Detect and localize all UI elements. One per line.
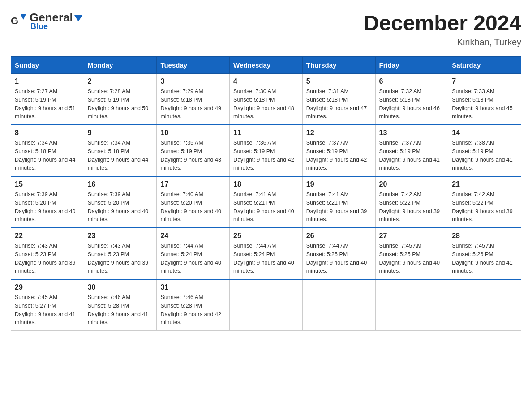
calendar-day-cell: 30Sunrise: 7:46 AMSunset: 5:28 PMDayligh… — [84, 279, 157, 331]
calendar-day-cell: 28Sunrise: 7:45 AMSunset: 5:26 PMDayligh… — [448, 228, 521, 279]
day-info: Sunrise: 7:39 AMSunset: 5:20 PMDaylight:… — [15, 190, 80, 224]
day-number: 8 — [15, 129, 80, 137]
calendar-week-row: 1Sunrise: 7:27 AMSunset: 5:19 PMDaylight… — [11, 74, 521, 125]
day-number: 13 — [379, 129, 445, 137]
day-number: 28 — [452, 232, 517, 240]
day-number: 19 — [306, 180, 372, 188]
day-info: Sunrise: 7:35 AMSunset: 5:19 PMDaylight:… — [160, 139, 226, 172]
calendar-day-cell: 17Sunrise: 7:40 AMSunset: 5:20 PMDayligh… — [157, 176, 230, 228]
calendar-day-cell: 31Sunrise: 7:46 AMSunset: 5:28 PMDayligh… — [157, 279, 230, 331]
calendar-day-header: Saturday — [448, 57, 521, 74]
location-label: Kirikhan, Turkey — [364, 37, 521, 47]
day-number: 4 — [233, 77, 299, 86]
calendar-day-cell: 27Sunrise: 7:45 AMSunset: 5:25 PMDayligh… — [375, 228, 448, 279]
calendar-header-row: SundayMondayTuesdayWednesdayThursdayFrid… — [11, 57, 521, 74]
day-info: Sunrise: 7:30 AMSunset: 5:18 PMDaylight:… — [233, 87, 299, 121]
calendar-day-cell: 8Sunrise: 7:34 AMSunset: 5:18 PMDaylight… — [11, 125, 84, 176]
calendar-day-cell: 29Sunrise: 7:45 AMSunset: 5:27 PMDayligh… — [11, 279, 84, 331]
day-number: 7 — [452, 77, 517, 86]
day-info: Sunrise: 7:32 AMSunset: 5:18 PMDaylight:… — [379, 87, 445, 121]
calendar-day-cell: 7Sunrise: 7:33 AMSunset: 5:18 PMDaylight… — [448, 74, 521, 125]
day-info: Sunrise: 7:28 AMSunset: 5:19 PMDaylight:… — [88, 87, 153, 121]
day-number: 12 — [306, 129, 372, 137]
calendar-day-cell: 19Sunrise: 7:41 AMSunset: 5:21 PMDayligh… — [302, 176, 375, 228]
calendar-day-cell: 26Sunrise: 7:44 AMSunset: 5:25 PMDayligh… — [302, 228, 375, 279]
calendar-day-cell: 16Sunrise: 7:39 AMSunset: 5:20 PMDayligh… — [84, 176, 157, 228]
day-number: 24 — [160, 232, 226, 240]
calendar-day-cell — [302, 279, 375, 331]
day-number: 27 — [379, 232, 445, 240]
day-info: Sunrise: 7:37 AMSunset: 5:19 PMDaylight:… — [306, 139, 372, 172]
day-info: Sunrise: 7:27 AMSunset: 5:19 PMDaylight:… — [15, 87, 80, 121]
calendar-day-cell — [375, 279, 448, 331]
calendar-day-cell: 14Sunrise: 7:38 AMSunset: 5:19 PMDayligh… — [448, 125, 521, 176]
calendar-day-cell: 12Sunrise: 7:37 AMSunset: 5:19 PMDayligh… — [302, 125, 375, 176]
calendar-day-cell: 21Sunrise: 7:42 AMSunset: 5:22 PMDayligh… — [448, 176, 521, 228]
day-number: 10 — [160, 129, 226, 137]
day-info: Sunrise: 7:42 AMSunset: 5:22 PMDaylight:… — [379, 190, 445, 224]
day-number: 26 — [306, 232, 372, 240]
calendar-day-cell: 18Sunrise: 7:41 AMSunset: 5:21 PMDayligh… — [230, 176, 303, 228]
calendar-day-cell: 22Sunrise: 7:43 AMSunset: 5:23 PMDayligh… — [11, 228, 84, 279]
day-number: 3 — [160, 77, 226, 86]
day-info: Sunrise: 7:29 AMSunset: 5:18 PMDaylight:… — [160, 87, 226, 121]
calendar-day-cell — [230, 279, 303, 331]
day-info: Sunrise: 7:42 AMSunset: 5:22 PMDaylight:… — [452, 190, 517, 224]
calendar-day-cell: 2Sunrise: 7:28 AMSunset: 5:19 PMDaylight… — [84, 74, 157, 125]
day-info: Sunrise: 7:45 AMSunset: 5:27 PMDaylight:… — [15, 293, 80, 327]
day-number: 20 — [379, 180, 445, 188]
day-number: 2 — [88, 77, 153, 86]
logo-triangle-icon — [74, 15, 82, 21]
page-header: G General Blue December 2024 Kirikhan, T… — [11, 11, 521, 47]
day-number: 18 — [233, 180, 299, 188]
calendar-day-cell: 6Sunrise: 7:32 AMSunset: 5:18 PMDaylight… — [375, 74, 448, 125]
day-info: Sunrise: 7:31 AMSunset: 5:18 PMDaylight:… — [306, 87, 372, 121]
day-number: 30 — [88, 283, 153, 291]
day-info: Sunrise: 7:44 AMSunset: 5:25 PMDaylight:… — [306, 242, 372, 275]
day-info: Sunrise: 7:36 AMSunset: 5:19 PMDaylight:… — [233, 139, 299, 172]
calendar-day-header: Tuesday — [157, 57, 230, 74]
svg-marker-1 — [21, 14, 26, 20]
day-info: Sunrise: 7:45 AMSunset: 5:26 PMDaylight:… — [452, 242, 517, 275]
day-number: 21 — [452, 180, 517, 188]
calendar-week-row: 8Sunrise: 7:34 AMSunset: 5:18 PMDaylight… — [11, 125, 521, 176]
day-info: Sunrise: 7:41 AMSunset: 5:21 PMDaylight:… — [233, 190, 299, 224]
day-number: 16 — [88, 180, 153, 188]
month-title: December 2024 — [364, 11, 521, 35]
calendar-day-header: Monday — [84, 57, 157, 74]
day-info: Sunrise: 7:37 AMSunset: 5:19 PMDaylight:… — [379, 139, 445, 172]
day-info: Sunrise: 7:33 AMSunset: 5:18 PMDaylight:… — [452, 87, 517, 121]
calendar-day-cell: 20Sunrise: 7:42 AMSunset: 5:22 PMDayligh… — [375, 176, 448, 228]
calendar-day-cell: 3Sunrise: 7:29 AMSunset: 5:18 PMDaylight… — [157, 74, 230, 125]
calendar-day-cell: 25Sunrise: 7:44 AMSunset: 5:24 PMDayligh… — [230, 228, 303, 279]
calendar-day-cell: 11Sunrise: 7:36 AMSunset: 5:19 PMDayligh… — [230, 125, 303, 176]
day-info: Sunrise: 7:43 AMSunset: 5:23 PMDaylight:… — [15, 242, 80, 275]
day-number: 9 — [88, 129, 153, 137]
calendar-day-cell: 5Sunrise: 7:31 AMSunset: 5:18 PMDaylight… — [302, 74, 375, 125]
day-number: 5 — [306, 77, 372, 86]
calendar-week-row: 15Sunrise: 7:39 AMSunset: 5:20 PMDayligh… — [11, 176, 521, 228]
title-section: December 2024 Kirikhan, Turkey — [364, 11, 521, 47]
logo-icon: G — [11, 13, 28, 30]
day-info: Sunrise: 7:44 AMSunset: 5:24 PMDaylight:… — [233, 242, 299, 275]
day-number: 31 — [160, 283, 226, 291]
day-info: Sunrise: 7:44 AMSunset: 5:24 PMDaylight:… — [160, 242, 226, 275]
day-info: Sunrise: 7:41 AMSunset: 5:21 PMDaylight:… — [306, 190, 372, 224]
calendar-day-cell: 10Sunrise: 7:35 AMSunset: 5:19 PMDayligh… — [157, 125, 230, 176]
day-number: 15 — [15, 180, 80, 188]
day-number: 23 — [88, 232, 153, 240]
calendar-day-cell: 23Sunrise: 7:43 AMSunset: 5:23 PMDayligh… — [84, 228, 157, 279]
day-number: 22 — [15, 232, 80, 240]
calendar-day-cell: 9Sunrise: 7:34 AMSunset: 5:18 PMDaylight… — [84, 125, 157, 176]
calendar-day-header: Friday — [375, 57, 448, 74]
day-number: 6 — [379, 77, 445, 86]
calendar-week-row: 22Sunrise: 7:43 AMSunset: 5:23 PMDayligh… — [11, 228, 521, 279]
day-number: 14 — [452, 129, 517, 137]
day-info: Sunrise: 7:34 AMSunset: 5:18 PMDaylight:… — [88, 139, 153, 172]
calendar-day-header: Wednesday — [230, 57, 303, 74]
logo: G General Blue — [11, 11, 82, 31]
day-number: 1 — [15, 77, 80, 86]
calendar-day-cell: 4Sunrise: 7:30 AMSunset: 5:18 PMDaylight… — [230, 74, 303, 125]
day-number: 25 — [233, 232, 299, 240]
calendar-day-cell — [448, 279, 521, 331]
